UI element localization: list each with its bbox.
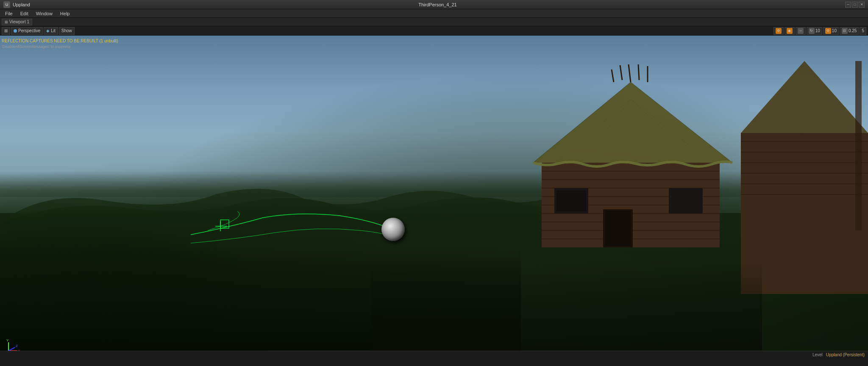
main-cabin (529, 57, 749, 277)
viewport-toolbar: ⊞ Perspective ◈ Lit Show ⚙ ◉ ↔ ↻ 10 ⚙ 10… (0, 26, 868, 36)
fov-value: 5 (862, 28, 864, 33)
warning-text: REFLECTION CAPTURES NEED TO BE REBUILT (… (2, 38, 118, 50)
viewport-tab-label: Viewport 1 (9, 19, 29, 24)
svg-rect-26 (556, 190, 586, 211)
rotate-snap-btn[interactable]: ↻ 10 (807, 27, 822, 35)
camera-fov-btn[interactable]: 5 (860, 27, 866, 35)
maximize-viewport-btn[interactable]: ⊞ (2, 27, 10, 35)
svg-line-21 (638, 64, 639, 80)
project-title: ThirdPerson_4_21 (418, 2, 457, 7)
svg-rect-24 (605, 211, 631, 246)
svg-line-43 (8, 347, 15, 351)
camera-icon: ⚙ (776, 28, 782, 34)
viewport-tab-icon: ⊞ (5, 20, 8, 24)
status-map: Uppland (Persistent) (826, 352, 865, 357)
app-icon: U (3, 1, 10, 8)
window-controls[interactable]: ─ □ ✕ (845, 2, 865, 8)
warning-line1: REFLECTION CAPTURES NEED TO BE REBUILT (… (2, 38, 118, 44)
perspective-btn[interactable]: Perspective (11, 27, 43, 35)
right-toolbar: ⚙ ◉ ↔ ↻ 10 ⚙ 10 ⊡ 0.25 5 (773, 27, 866, 35)
show-btn[interactable]: Show (59, 27, 75, 35)
title-bar-left: U Uppland (3, 1, 30, 8)
svg-marker-11 (533, 82, 732, 163)
viewport-tab-bar: ⊞ Viewport 1 (0, 18, 868, 26)
rotate-value: 10 (815, 28, 820, 33)
lit-label: Lit (51, 28, 56, 33)
svg-line-20 (629, 64, 631, 82)
grid-icon: ◉ (787, 28, 793, 34)
menu-help[interactable]: Help (57, 10, 73, 17)
svg-line-19 (620, 65, 622, 80)
snap-icon: ↔ (798, 28, 804, 34)
warning-line2: 'DisableAllScreenMessages' to suppress (2, 44, 118, 50)
scale-value: 0.25 (849, 28, 857, 33)
viewport-tab[interactable]: ⊞ Viewport 1 (2, 19, 32, 25)
reflection-capture-sphere[interactable] (381, 218, 405, 241)
status-level: Level (812, 352, 823, 357)
foreground-dark-right (371, 261, 762, 358)
menu-file[interactable]: File (2, 10, 16, 17)
perspective-dot (14, 29, 17, 33)
maximize-button[interactable]: □ (852, 2, 858, 8)
lit-btn[interactable]: ◈ Lit (44, 27, 58, 35)
svg-rect-27 (669, 188, 703, 214)
grid-btn[interactable]: ◉ (785, 27, 795, 35)
scale-icon: ⊡ (842, 28, 848, 34)
menu-edit[interactable]: Edit (17, 10, 32, 17)
rotate-icon: ↻ (809, 28, 815, 34)
camera-speed-btn[interactable]: ⚙ (773, 27, 784, 35)
status-bar: Level Uppland (Persistent) (0, 351, 868, 358)
menu-bar: File Edit Window Help (0, 9, 868, 18)
show-label: Show (61, 28, 72, 33)
svg-text:Z: Z (16, 344, 18, 348)
svg-text:Y: Y (6, 338, 9, 342)
scale-snap-btn[interactable]: ⊡ 0.25 (840, 27, 859, 35)
angle-value: 10 (832, 28, 837, 33)
title-bar: U Uppland ThirdPerson_4_21 ─ □ ✕ (0, 0, 868, 9)
svg-marker-35 (741, 61, 868, 133)
angle-icon: ⚙ (825, 28, 831, 34)
app-title: Uppland (13, 2, 30, 7)
right-cabin (741, 48, 868, 286)
viewport-area[interactable]: REFLECTION CAPTURES NEED TO BE REBUILT (… (0, 36, 868, 358)
close-button[interactable]: ✕ (859, 2, 865, 8)
perspective-label: Perspective (18, 28, 40, 33)
svg-line-18 (612, 69, 614, 82)
lit-icon: ◈ (46, 28, 50, 33)
snap-btn[interactable]: ↔ (796, 27, 806, 35)
svg-rect-36 (855, 61, 862, 230)
angle-snap-btn[interactable]: ⚙ 10 (823, 27, 839, 35)
minimize-button[interactable]: ─ (845, 2, 851, 8)
menu-window[interactable]: Window (33, 10, 56, 17)
